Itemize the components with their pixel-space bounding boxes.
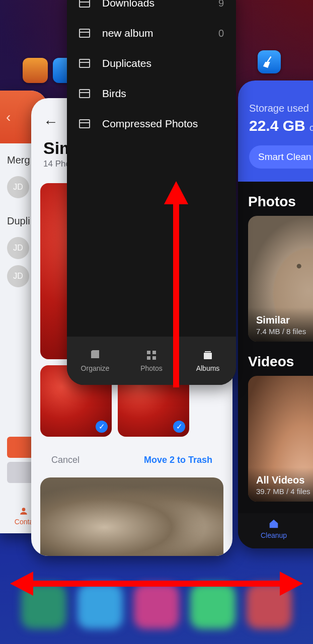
album-icon: [79, 89, 90, 98]
album-row[interactable]: Downloads 9: [67, 0, 236, 18]
album-list: Downloads 9 new album 0 Duplicates Birds…: [67, 0, 236, 139]
move-to-trash-button[interactable]: Move 2 to Trash: [144, 455, 212, 465]
avatar[interactable]: JD: [7, 176, 29, 198]
album-label: Downloads: [102, 0, 218, 9]
home-cleaner-app-icon[interactable]: [258, 50, 281, 73]
tile-subtitle: 39.7 MB / 4 files: [256, 487, 313, 496]
dock-app-icon[interactable]: [134, 584, 179, 629]
tile-subtitle: 7.4 MB / 8 files: [256, 327, 313, 336]
storage-used-label: Storage used: [249, 103, 313, 114]
album-label: Birds: [102, 88, 224, 100]
album-icon: [79, 59, 90, 68]
photos-similar-tile[interactable]: Similar 7.4 MB / 8 files: [248, 216, 313, 342]
app-card-photo-albums[interactable]: Downloads 9 new album 0 Duplicates Birds…: [67, 0, 236, 385]
nav-charging[interactable]: Chargin: [303, 518, 313, 539]
home-app-icon-1[interactable]: [23, 58, 48, 83]
album-icon: [79, 29, 90, 38]
dock-app-icon[interactable]: [21, 584, 66, 629]
album-count: 9: [218, 0, 224, 9]
tab-photos-label: Photos: [140, 364, 163, 372]
album-label: Compressed Photos: [102, 118, 224, 130]
storage-total-label: of 63.: [309, 123, 313, 133]
storage-used-value: 22.4 GB: [249, 117, 305, 134]
smart-clean-button[interactable]: Smart Clean: [249, 145, 313, 169]
svg-rect-0: [147, 351, 150, 354]
album-row[interactable]: new album 0: [67, 18, 236, 48]
tab-organize[interactable]: Organize: [67, 337, 123, 385]
album-count: 0: [218, 28, 224, 39]
nav-cleanup[interactable]: Cleanup: [244, 518, 303, 539]
dock-app-icon[interactable]: [77, 584, 123, 629]
svg-rect-5: [205, 351, 211, 352]
album-row[interactable]: Birds: [67, 78, 236, 109]
album-label: new album: [102, 27, 218, 39]
nav-cleanup-label: Cleanup: [261, 531, 287, 539]
videos-heading: Videos: [248, 354, 313, 370]
tab-contacts[interactable]: Conta: [15, 506, 33, 526]
tile-title: Similar: [256, 314, 313, 326]
app-card-cleanup[interactable]: Storage used 22.4 GB of 63. Smart Clean …: [238, 80, 313, 548]
album-row[interactable]: Compressed Photos: [67, 109, 236, 139]
bottom-nav: Cleanup Chargin: [238, 513, 313, 548]
photos-heading: Photos: [248, 194, 313, 210]
svg-rect-4: [204, 353, 212, 359]
tab-contacts-label: Conta: [15, 518, 33, 526]
storage-header: Storage used 22.4 GB of 63. Smart Clean: [238, 80, 313, 182]
tile-title: All Videos: [256, 474, 313, 486]
selected-check-icon[interactable]: ✓: [173, 421, 185, 433]
avatar[interactable]: JD: [7, 265, 29, 287]
photo-large[interactable]: [40, 477, 223, 556]
back-chevron-icon[interactable]: ‹: [6, 109, 11, 125]
smart-clean-label: Smart Clean: [258, 151, 311, 163]
dock-app-icon[interactable]: [190, 584, 236, 629]
avatar[interactable]: JD: [7, 237, 29, 259]
bottom-tab-bar: Organize Photos Albums: [67, 337, 236, 385]
dock: [0, 569, 313, 644]
tab-photos[interactable]: Photos: [123, 337, 180, 385]
svg-rect-3: [152, 356, 156, 360]
tab-albums-label: Albums: [196, 364, 220, 372]
album-icon: [79, 0, 90, 8]
album-row[interactable]: Duplicates: [67, 48, 236, 78]
cancel-button[interactable]: Cancel: [51, 455, 80, 465]
tab-organize-label: Organize: [81, 364, 110, 372]
album-icon: [79, 119, 90, 128]
album-label: Duplicates: [102, 57, 224, 69]
selected-check-icon[interactable]: ✓: [96, 421, 108, 433]
tab-albums[interactable]: Albums: [180, 337, 236, 385]
svg-rect-2: [147, 356, 150, 360]
dock-app-icon[interactable]: [247, 584, 292, 629]
videos-all-tile[interactable]: All Videos 39.7 MB / 4 files: [248, 376, 313, 502]
svg-rect-1: [152, 351, 156, 354]
